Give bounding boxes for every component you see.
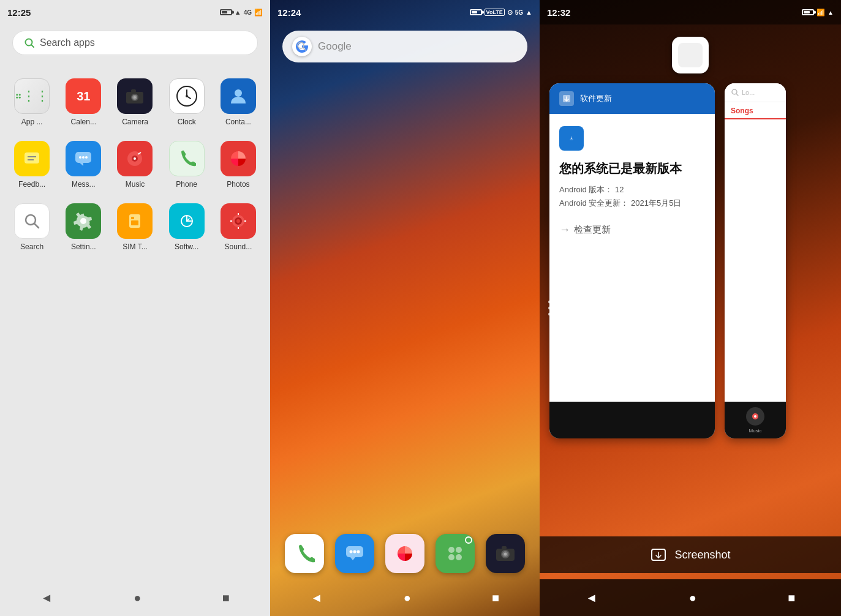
app-item-messages[interactable]: Mess... — [58, 133, 109, 196]
app-item-software[interactable]: Softw... — [161, 196, 213, 258]
software-icon — [169, 203, 205, 239]
svg-point-48 — [353, 550, 356, 554]
app-item-sound[interactable]: Sound... — [213, 196, 264, 258]
check-update-link[interactable]: → 检查更新 — [559, 223, 705, 236]
svg-marker-20 — [80, 163, 83, 166]
home-button-panel2[interactable]: ● — [398, 585, 417, 611]
app-item-photos[interactable]: Photos — [213, 133, 264, 196]
app-item-calendar[interactable]: 31 Calen... — [58, 71, 109, 133]
photos-label: Photos — [227, 180, 249, 189]
google-logo-svg — [295, 39, 309, 54]
back-button-panel3[interactable]: ◄ — [579, 585, 604, 611]
app-item-phone[interactable]: Phone — [161, 133, 213, 196]
back-button-panel2[interactable]: ◄ — [304, 585, 329, 611]
recents-button-panel2[interactable]: ■ — [486, 585, 505, 611]
messages-svg — [74, 149, 93, 168]
messages-label: Mess... — [72, 180, 96, 189]
search-bar-container: Search apps — [0, 24, 270, 65]
status-icons-panel2: VoLTE ⊙ 5G ▲ — [470, 9, 532, 17]
app-item-simt[interactable]: SIM T... — [109, 196, 160, 258]
update-icon-container — [559, 126, 584, 151]
software-update-header-icon — [562, 94, 571, 103]
svg-rect-33 — [131, 217, 134, 219]
home-button-panel1[interactable]: ● — [127, 585, 147, 611]
music-svg — [125, 149, 145, 168]
app-search-bar[interactable]: Search apps — [12, 31, 258, 55]
phone-svg — [178, 149, 196, 168]
svg-marker-46 — [350, 557, 355, 560]
dock-messages[interactable] — [335, 534, 374, 573]
contacts-label: Conta... — [225, 118, 251, 126]
app-item-clock[interactable]: Clock — [161, 71, 213, 133]
three-dot-menu[interactable] — [548, 301, 551, 316]
card-header-icon — [559, 91, 574, 106]
sound-icon — [221, 203, 256, 239]
wifi-icon-p2: ⊙ — [507, 9, 513, 17]
download-icon — [569, 131, 574, 146]
search-apps-label: Search apps — [40, 37, 95, 48]
app-item-feedback[interactable]: Feedb... — [6, 133, 58, 196]
wifi-icon: 📶 — [254, 9, 263, 17]
back-button-panel1[interactable]: ◄ — [34, 585, 59, 611]
partial-search-icon — [731, 88, 739, 97]
app-item-search[interactable]: Search — [6, 196, 58, 258]
search-icon — [24, 37, 35, 48]
svg-rect-32 — [131, 220, 138, 225]
dock-appvault[interactable] — [436, 534, 475, 573]
menu-dot2 — [548, 307, 551, 310]
partial-search-text: Lo... — [742, 89, 755, 96]
dock-photos-svg — [394, 543, 415, 564]
sound-label: Sound... — [225, 242, 252, 251]
camera-icon — [117, 78, 153, 114]
svg-point-9 — [134, 96, 136, 99]
app-item-camera[interactable]: Camera — [109, 71, 160, 133]
app-item-contacts[interactable]: Conta... — [213, 71, 264, 133]
camera-label: Camera — [122, 118, 148, 126]
card-tab[interactable]: Songs — [725, 102, 786, 119]
feedback-label: Feedb... — [18, 180, 45, 189]
home-dock — [270, 534, 540, 573]
camera-svg — [125, 88, 145, 105]
contacts-icon — [221, 78, 256, 114]
calendar-label: Calen... — [71, 118, 96, 126]
battery-icon-p3 — [802, 9, 814, 15]
homescreen-panel: 12:24 VoLTE ⊙ 5G ▲ Google — [270, 0, 540, 616]
wifi-icon-p3: 📶 — [816, 9, 825, 17]
svg-rect-59 — [502, 546, 507, 549]
app-item-settings[interactable]: Settin... — [58, 196, 109, 258]
status-icons-panel1: ▲ 4G 📶 — [220, 9, 263, 17]
svg-point-2 — [16, 94, 18, 96]
settings-svg — [74, 211, 93, 231]
recent-apps-panel: 12:32 📶 ▲ 软件更新 — [540, 0, 841, 616]
svg-line-1 — [31, 45, 34, 47]
phone-label: Phone — [176, 180, 197, 189]
arrow-icon: → — [559, 223, 570, 236]
dock-phone[interactable] — [285, 534, 324, 573]
recent-card-software-update[interactable]: 软件更新 您的系统已是最新版本 Android 版本： 12 Android 安… — [549, 83, 715, 438]
simt-icon — [117, 203, 153, 239]
google-search-bar[interactable]: Google — [282, 31, 527, 62]
appvault-label: App ... — [21, 118, 43, 126]
home-button-panel3[interactable]: ● — [683, 585, 703, 611]
app-item-music[interactable]: Music — [109, 133, 160, 196]
svg-point-5 — [19, 97, 21, 99]
recent-card-music-partial[interactable]: Lo... Songs Music — [725, 83, 786, 438]
recents-button-panel1[interactable]: ■ — [216, 585, 236, 611]
contacts-svg — [228, 86, 248, 106]
svg-point-52 — [456, 547, 462, 553]
dock-camera[interactable] — [486, 534, 525, 573]
app-item-appvault[interactable]: App ... — [6, 71, 58, 133]
svg-point-54 — [456, 554, 462, 560]
appvault-svg — [15, 86, 22, 106]
screenshot-bar[interactable]: Screenshot — [540, 536, 841, 573]
calendar-icon: 31 — [66, 78, 101, 114]
svg-rect-10 — [131, 89, 136, 92]
svg-point-15 — [235, 89, 242, 97]
recents-button-panel3[interactable]: ■ — [782, 585, 801, 611]
svg-point-49 — [357, 550, 360, 554]
svg-point-53 — [448, 554, 454, 560]
simt-svg — [126, 212, 144, 230]
battery-icon-p2 — [470, 9, 482, 15]
svg-point-47 — [350, 550, 353, 554]
dock-photos[interactable] — [385, 534, 424, 573]
